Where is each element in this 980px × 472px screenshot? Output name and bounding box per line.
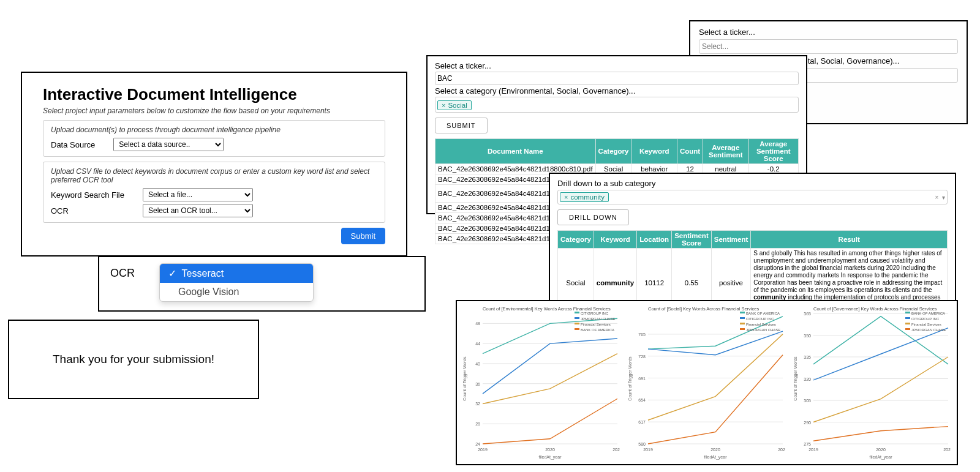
data-source-label: Data Source <box>51 140 95 149</box>
svg-text:BANK OF AMERICA: BANK OF AMERICA <box>746 312 780 315</box>
svg-text:350: 350 <box>804 334 811 338</box>
svg-text:BANK OF AMERICA: BANK OF AMERICA <box>911 312 945 315</box>
ocr-label: OCR <box>51 206 124 215</box>
svg-text:Count of [Environmental] Key W: Count of [Environmental] Key Words Acros… <box>483 306 611 312</box>
svg-rect-76 <box>905 317 910 319</box>
form-panel: Interactive Document Intelligence Select… <box>21 72 407 257</box>
upload-card: Upload document(s) to process through do… <box>43 120 385 157</box>
svg-rect-78 <box>905 323 910 324</box>
svg-rect-80 <box>905 328 910 330</box>
data-source-select[interactable]: Select a data source.. <box>113 138 224 151</box>
col-header: Count <box>677 139 703 164</box>
clear-icon[interactable]: × ▾ <box>935 194 945 201</box>
svg-text:2020: 2020 <box>876 448 886 452</box>
check-icon: ✓ <box>168 268 176 279</box>
col-header: Document Name <box>435 139 596 164</box>
col-header: Location <box>637 231 672 249</box>
col-header: Category <box>558 231 594 249</box>
keyword-instruction: Upload CSV file to detect keywords in do… <box>51 167 377 184</box>
keyword-file-select[interactable]: Select a file... <box>143 188 253 201</box>
svg-text:2019: 2019 <box>643 448 653 452</box>
svg-text:335: 335 <box>804 355 811 359</box>
chart-1: Count of [Social] Key Words Across Finan… <box>626 305 785 461</box>
svg-text:Count of [Governance] Key Word: Count of [Governance] Key Words Across F… <box>813 306 937 312</box>
thank-you-panel: Thank you for your submission! <box>8 320 259 399</box>
col-header: Keyword <box>594 231 636 249</box>
page-title: Interactive Document Intelligence <box>43 85 385 104</box>
svg-rect-24 <box>575 323 579 324</box>
svg-text:Financial Services: Financial Services <box>746 323 776 326</box>
svg-text:275: 275 <box>804 442 811 446</box>
ticker-input[interactable] <box>435 72 799 85</box>
svg-text:filedAt_year: filedAt_year <box>539 455 562 460</box>
drill-down-button[interactable]: DRILL DOWN <box>557 209 629 225</box>
svg-text:Financial Services: Financial Services <box>581 323 611 326</box>
ticker-input-blank[interactable] <box>699 39 958 54</box>
svg-text:2021: 2021 <box>778 448 785 452</box>
svg-text:36: 36 <box>475 382 480 386</box>
svg-rect-52 <box>740 328 745 330</box>
svg-text:Count of [Social] Key Words Ac: Count of [Social] Key Words Across Finan… <box>648 306 759 312</box>
col-header: Category <box>595 139 631 164</box>
svg-text:2021: 2021 <box>612 448 620 452</box>
svg-text:728: 728 <box>638 354 646 359</box>
page-subtitle: Select project input parameters below to… <box>43 107 385 115</box>
svg-text:2020: 2020 <box>710 448 720 452</box>
svg-text:filedAt_year: filedAt_year <box>704 455 728 460</box>
svg-text:580: 580 <box>638 442 646 446</box>
ocr-dropdown-panel: OCR ✓ Tesseract Google Vision <box>98 256 426 312</box>
svg-text:JPMORGAN CHASE: JPMORGAN CHASE <box>911 328 946 332</box>
charts-panel: Count of [Environmental] Key Words Acros… <box>456 300 958 465</box>
svg-text:28: 28 <box>475 422 480 426</box>
svg-text:2020: 2020 <box>545 448 555 452</box>
svg-text:Count of Trigger Words: Count of Trigger Words <box>793 356 798 401</box>
svg-text:CITIGROUP INC: CITIGROUP INC <box>581 312 609 315</box>
svg-text:2019: 2019 <box>809 448 818 452</box>
svg-rect-26 <box>575 328 579 330</box>
keyword-card: Upload CSV file to detect keywords in do… <box>43 162 385 223</box>
submit-button[interactable]: Submit <box>341 228 385 244</box>
ocr-option-tesseract[interactable]: ✓ Tesseract <box>160 264 313 283</box>
svg-text:Financial Services: Financial Services <box>911 323 941 326</box>
svg-text:617: 617 <box>638 420 646 424</box>
ocr-select[interactable]: Select an OCR tool... <box>143 204 253 217</box>
svg-text:24: 24 <box>475 442 480 446</box>
col-header: Average Sentiment <box>703 139 748 164</box>
svg-text:765: 765 <box>638 332 646 337</box>
svg-text:40: 40 <box>475 362 480 366</box>
svg-text:JPMORGAN CHASE: JPMORGAN CHASE <box>581 317 615 321</box>
svg-text:2019: 2019 <box>478 448 488 452</box>
svg-text:BANK OF AMERICA: BANK OF AMERICA <box>581 328 614 332</box>
ocr-dropdown-menu[interactable]: ✓ Tesseract Google Vision <box>159 263 314 302</box>
col-header: Average Sentiment Score <box>748 139 799 164</box>
drill-panel: Drill down to a sub category ×community … <box>549 173 956 304</box>
col-header: Keyword <box>631 139 677 164</box>
svg-text:320: 320 <box>804 377 811 381</box>
svg-rect-48 <box>740 317 745 319</box>
submit-button-filter[interactable]: SUBMIT <box>435 118 488 133</box>
svg-text:305: 305 <box>804 399 811 403</box>
drill-chip-box[interactable]: ×community × ▾ <box>557 190 948 204</box>
ocr-option-google-vision[interactable]: Google Vision <box>160 283 313 301</box>
chart-2: Count of [Governance] Key Words Across F… <box>791 305 951 461</box>
svg-text:44: 44 <box>475 342 480 346</box>
svg-text:691: 691 <box>638 376 646 381</box>
svg-rect-50 <box>740 323 745 324</box>
chip-social[interactable]: ×Social <box>437 100 472 110</box>
svg-text:CITIGROUP INC: CITIGROUP INC <box>911 317 940 321</box>
svg-text:365: 365 <box>804 312 811 316</box>
svg-rect-20 <box>575 312 579 313</box>
svg-text:JPMORGAN CHASE: JPMORGAN CHASE <box>746 328 780 332</box>
svg-text:CITIGROUP INC: CITIGROUP INC <box>746 317 774 321</box>
col-header: Result <box>751 231 948 249</box>
category-chip-box[interactable]: ×Social <box>435 97 799 113</box>
svg-text:32: 32 <box>475 402 480 406</box>
close-icon[interactable]: × <box>442 102 445 109</box>
chip-community[interactable]: ×community <box>560 192 609 202</box>
close-icon[interactable]: × <box>564 193 568 201</box>
category-label: Select a category (Environmental, Social… <box>435 86 799 96</box>
chart-0: Count of [Environmental] Key Words Acros… <box>461 305 620 461</box>
drill-label: Drill down to a sub category <box>557 179 948 188</box>
svg-text:Count of Trigger Words: Count of Trigger Words <box>628 356 633 401</box>
ticker-label-blank: Select a ticker... <box>699 28 958 37</box>
